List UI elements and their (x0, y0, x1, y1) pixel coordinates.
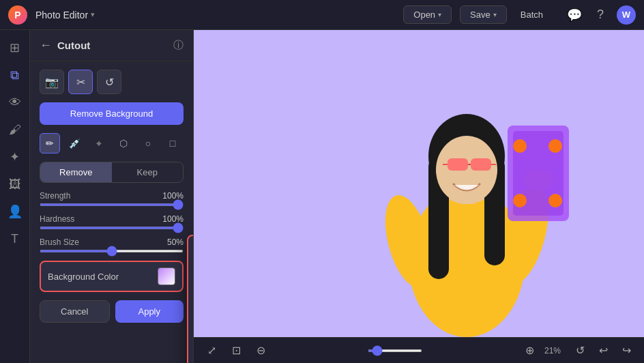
brush-lasso-tool[interactable]: ⌖ (89, 133, 109, 154)
title-chevron-icon: ▾ (91, 10, 95, 19)
open-button[interactable]: Open ▾ (403, 5, 452, 24)
cancel-button[interactable]: Cancel (40, 300, 110, 323)
brush-fill-tool[interactable]: ⬡ (113, 133, 134, 154)
brush-circle-tool[interactable]: ○ (138, 133, 158, 154)
brush-square-tool[interactable]: □ (162, 133, 183, 154)
chat-icon[interactable]: 💬 (565, 5, 584, 25)
topbar-icons: 💬 ? W (565, 5, 636, 25)
canvas-content (194, 30, 644, 337)
panel-back-icon[interactable]: ← (40, 38, 52, 53)
bg-color-swatch[interactable] (158, 267, 175, 285)
panel-info-icon[interactable]: ⓘ (173, 39, 184, 52)
panel-content: 📷 ✂ ↺ Remove Background ✏ 💉 ⌖ ⬡ ○ □ Remo… (30, 61, 193, 331)
save-button[interactable]: Save ▾ (460, 5, 507, 24)
bg-color-label: Background Color (48, 272, 119, 282)
iconbar-brush[interactable]: 🖌 (3, 117, 27, 142)
zoom-out-icon[interactable]: ⊖ (251, 341, 270, 360)
svg-point-9 (548, 194, 562, 207)
apply-button[interactable]: Apply (115, 300, 184, 323)
app-title-group[interactable]: Photo Editor ▾ (35, 10, 95, 20)
svg-rect-16 (448, 158, 468, 171)
topbar: P Photo Editor ▾ Open ▾ Save ▾ Batch 💬 ?… (0, 0, 644, 30)
app-title: Photo Editor (35, 10, 88, 20)
bottombar-right: 21% ↺ ↩ ↪ (544, 341, 636, 360)
action-buttons: Cancel Apply (40, 300, 184, 323)
batch-button[interactable]: Batch (515, 6, 548, 23)
remove-btn[interactable]: Remove (40, 162, 112, 182)
brush-size-slider-row: Brush Size 50% (40, 237, 184, 252)
svg-point-6 (513, 139, 527, 153)
bottombar: ⤢ ⊡ ⊖ ⊕ 21% ↺ ↩ ↪ (194, 337, 644, 363)
save-chevron-icon: ▾ (493, 11, 497, 18)
open-chevron-icon: ▾ (438, 11, 441, 18)
canvas-area[interactable]: ⤢ ⊡ ⊖ ⊕ 21% ↺ ↩ ↪ (194, 30, 644, 363)
iconbar-eye[interactable]: 👁 (3, 90, 27, 115)
user-avatar[interactable]: W (617, 5, 636, 25)
fit-icon[interactable]: ⊡ (226, 341, 246, 360)
tool-icon-cutout[interactable]: ✂ (68, 70, 93, 94)
svg-point-7 (548, 139, 562, 153)
panel-header: ← Cutout ⓘ (30, 30, 193, 61)
zoom-slider-wrap (276, 349, 514, 352)
brush-pen-tool[interactable]: ✏ (40, 133, 60, 154)
redo-icon[interactable]: ↪ (617, 341, 636, 360)
help-icon[interactable]: ? (591, 5, 610, 25)
remove-keep-toggle: Remove Keep (40, 162, 184, 183)
zoom-in-icon[interactable]: ⊕ (520, 341, 539, 360)
iconbar: ⊞ ⧉ 👁 🖌 ✦ 🖼 👤 T (0, 30, 30, 363)
brush-size-slider[interactable] (40, 250, 184, 252)
keep-btn[interactable]: Keep (112, 162, 184, 182)
person-image (344, 44, 589, 337)
undo-icon[interactable]: ↩ (594, 341, 613, 360)
iconbar-layers[interactable]: ⊞ (3, 35, 27, 60)
brush-eyedropper-tool[interactable]: 💉 (64, 133, 85, 154)
app-logo: P (8, 5, 27, 25)
sidepanel: ← Cutout ⓘ 📷 ✂ ↺ Remove Background ✏ 💉 ⌖… (30, 30, 194, 363)
remove-background-button[interactable]: Remove Background (40, 102, 184, 125)
iconbar-text[interactable]: T (3, 227, 27, 251)
iconbar-photo[interactable]: 🖼 (3, 172, 27, 197)
zoom-value: 21% (544, 346, 566, 355)
tool-icon-camera[interactable]: 📷 (40, 70, 64, 94)
undo-rotate-icon[interactable]: ↺ (570, 341, 589, 360)
iconbar-sparkle[interactable]: ✦ (3, 145, 27, 169)
tool-icon-refresh[interactable]: ↺ (97, 70, 121, 94)
brush-tools-row: ✏ 💉 ⌖ ⬡ ○ □ (40, 133, 184, 154)
color-picker-popup: Picker Library #E2BFFF ✏ 💉 ⊞ + Recent Co… (187, 235, 194, 363)
hardness-slider-row: Hardness 100% (40, 214, 184, 229)
expand-icon[interactable]: ⤢ (202, 341, 221, 360)
main-layout: ⊞ ⧉ 👁 🖌 ✦ 🖼 👤 T ← Cutout ⓘ 📷 ✂ ↺ Remove … (0, 30, 644, 363)
strength-slider[interactable] (40, 203, 184, 206)
svg-rect-17 (471, 158, 491, 171)
background-color-row: Background Color (40, 261, 184, 292)
zoom-slider[interactable] (368, 349, 422, 352)
iconbar-person[interactable]: 👤 (3, 199, 27, 224)
tool-icons-row: 📷 ✂ ↺ (40, 70, 184, 94)
iconbar-sliders[interactable]: ⧉ (3, 63, 27, 87)
strength-slider-row: Strength 100% (40, 191, 184, 206)
svg-point-8 (513, 194, 527, 207)
hardness-slider[interactable] (40, 227, 184, 229)
panel-title: Cutout (57, 40, 168, 51)
